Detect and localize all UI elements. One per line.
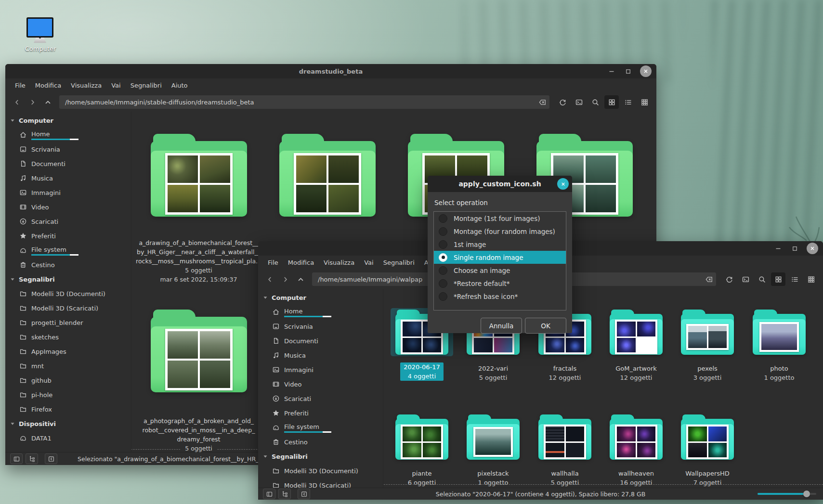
dialog-titlebar[interactable]: apply_custom_icon.sh — [428, 176, 572, 192]
sidebar-item-modelli3d-documenti[interactable]: Modelli 3D (Documenti) — [258, 464, 383, 478]
folder-tile-wallheaven[interactable]: wallheaven 16 oggetti — [601, 413, 672, 487]
sidebar-item-file-system[interactable]: File system — [258, 420, 383, 435]
sidebar-item-documenti[interactable]: Documenti — [5, 156, 131, 171]
sidebar-section-segnalibri[interactable]: Segnalibri — [258, 449, 383, 464]
folder-tile[interactable] — [263, 134, 392, 217]
sidebar-item-home[interactable]: Home — [258, 305, 383, 319]
sidebar-item-scaricati[interactable]: Scaricati — [258, 391, 383, 406]
ok-button[interactable]: OK — [525, 318, 566, 334]
radio-icon[interactable] — [439, 227, 447, 236]
folder-tile-biomechanical-forest[interactable]: a_drawing_of_a_biomechanical_forest__ by… — [134, 134, 263, 284]
titlebar[interactable]: dreamstudio_beta — [5, 64, 656, 78]
menu-visualizza[interactable]: Visualizza — [319, 257, 359, 268]
sidebar-section-computer[interactable]: Computer — [258, 290, 383, 305]
minimize-button[interactable] — [607, 67, 616, 76]
sidebar-item-cestino[interactable]: Cestino — [5, 258, 131, 272]
option-restore-default[interactable]: *Restore default* — [434, 277, 566, 290]
sidebar-item-musica[interactable]: Musica — [258, 348, 383, 362]
menu-segnalibri[interactable]: Segnalibri — [379, 257, 419, 268]
sidebar-item-scrivania[interactable]: Scrivania — [258, 319, 383, 334]
folder-tile-pexels[interactable]: pexels 3 oggetti — [672, 308, 743, 382]
folder-tile-piante[interactable]: piante 6 oggetti — [386, 413, 457, 487]
menu-visualizza[interactable]: Visualizza — [66, 80, 106, 91]
folder-tile-gom-artwork[interactable]: GoM_artwork 12 oggetti — [601, 308, 672, 382]
sidebar-item-cestino[interactable]: Cestino — [258, 435, 383, 449]
back-button[interactable] — [10, 96, 24, 108]
list-view-button[interactable] — [621, 95, 635, 109]
up-button[interactable] — [41, 96, 54, 108]
sidebar-item-preferiti[interactable]: Preferiti — [258, 406, 383, 420]
folder-tile-broken-robot[interactable]: a_photograph_of_a_broken_and_old_ robot_… — [134, 310, 263, 452]
reload-button[interactable] — [722, 272, 736, 286]
cancel-button[interactable]: Annulla — [481, 318, 522, 334]
sidebar-section-computer[interactable]: Computer — [5, 113, 131, 128]
folder-tile-photo[interactable]: photo 1 oggetto — [744, 308, 815, 382]
icon-view-button[interactable] — [604, 95, 619, 109]
radio-icon[interactable] — [439, 266, 447, 275]
zoom-slider[interactable] — [758, 491, 816, 497]
menu-segnalibri[interactable]: Segnalibri — [126, 80, 167, 91]
collapse-panel-button[interactable] — [45, 453, 57, 464]
sidebar-item-mnt[interactable]: mnt — [5, 359, 131, 373]
search-button[interactable] — [755, 272, 769, 286]
clear-path-icon[interactable] — [705, 275, 713, 284]
dialog-close-button[interactable] — [557, 178, 569, 190]
clear-path-icon[interactable] — [538, 98, 547, 106]
collapse-panel-button[interactable] — [298, 489, 310, 499]
menu-file[interactable]: File — [10, 80, 30, 91]
forward-button[interactable] — [278, 273, 292, 285]
option-montage-four-random[interactable]: Montage (four random images) — [434, 225, 566, 238]
toggle-tree-button[interactable] — [26, 453, 38, 464]
sidebar-item-scrivania[interactable]: Scrivania — [5, 142, 131, 156]
radio-icon[interactable] — [439, 292, 447, 301]
menu-vai[interactable]: Vai — [359, 257, 378, 268]
menu-aiuto[interactable]: Aiuto — [167, 80, 193, 91]
search-button[interactable] — [588, 95, 602, 109]
back-button[interactable] — [263, 273, 276, 285]
sidebar-item-video[interactable]: Video — [258, 377, 383, 391]
sidebar-item-github[interactable]: github — [5, 373, 131, 388]
icon-view-button[interactable] — [771, 272, 785, 286]
zoom-slider-handle[interactable] — [803, 491, 810, 497]
sidebar-item-modelli3d-scaricati[interactable]: Modelli 3D (Scaricati) — [5, 301, 131, 315]
menu-file[interactable]: File — [263, 257, 283, 268]
sidebar-item-documenti[interactable]: Documenti — [258, 334, 383, 348]
forward-button[interactable] — [26, 96, 39, 108]
up-button[interactable] — [294, 273, 307, 285]
sidebar-item-preferiti[interactable]: Preferiti — [5, 229, 131, 243]
open-terminal-button[interactable] — [738, 272, 753, 286]
toggle-sidepane-button[interactable] — [10, 453, 23, 464]
minimize-button[interactable] — [774, 244, 783, 253]
compact-view-button[interactable] — [804, 272, 818, 286]
radio-icon-selected[interactable] — [439, 253, 447, 262]
sidebar-section-segnalibri[interactable]: Segnalibri — [5, 272, 131, 286]
toggle-tree-button[interactable] — [278, 489, 291, 499]
desktop-icon-computer[interactable]: Computer — [18, 17, 62, 57]
radio-icon[interactable] — [439, 240, 447, 249]
menu-modifica[interactable]: Modifica — [30, 80, 66, 91]
option-montage-first-four[interactable]: Montage (1st four images) — [434, 212, 566, 225]
sidebar-item-pi-hole[interactable]: pi-hole — [5, 388, 131, 402]
sidebar-item-modelli3d-documenti[interactable]: Modelli 3D (Documenti) — [5, 286, 131, 301]
open-terminal-button[interactable] — [572, 95, 586, 109]
toggle-sidepane-button[interactable] — [263, 489, 275, 499]
sidebar-item-immagini[interactable]: Immagini — [258, 362, 383, 377]
sidebar-item-progetti-blender[interactable]: progetti_blender — [5, 315, 131, 330]
option-refresh-base-icon[interactable]: *Refresh base icon* — [434, 290, 566, 303]
sidebar-item-file-system[interactable]: File system — [5, 243, 131, 258]
option-1st-image[interactable]: 1st image — [434, 238, 566, 251]
sidebar-item-video[interactable]: Video — [5, 200, 131, 214]
compact-view-button[interactable] — [637, 95, 652, 109]
sidebar-item-immagini[interactable]: Immagini — [5, 185, 131, 200]
radio-icon[interactable] — [439, 279, 447, 288]
sidebar-item-musica[interactable]: Musica — [5, 171, 131, 185]
menu-vai[interactable]: Vai — [106, 80, 125, 91]
folder-tile-wallhalla[interactable]: wallhalla 5 oggetti — [529, 413, 601, 487]
maximize-button[interactable] — [624, 67, 632, 76]
sidebar-item-home[interactable]: Home — [5, 128, 131, 142]
list-view-button[interactable] — [787, 272, 802, 286]
menu-modifica[interactable]: Modifica — [283, 257, 319, 268]
folder-tile-pixelstack[interactable]: pixelstack 1 oggetto — [457, 413, 529, 487]
option-choose-an-image[interactable]: Choose an image — [434, 264, 566, 277]
sidebar-item-scaricati[interactable]: Scaricati — [5, 214, 131, 229]
